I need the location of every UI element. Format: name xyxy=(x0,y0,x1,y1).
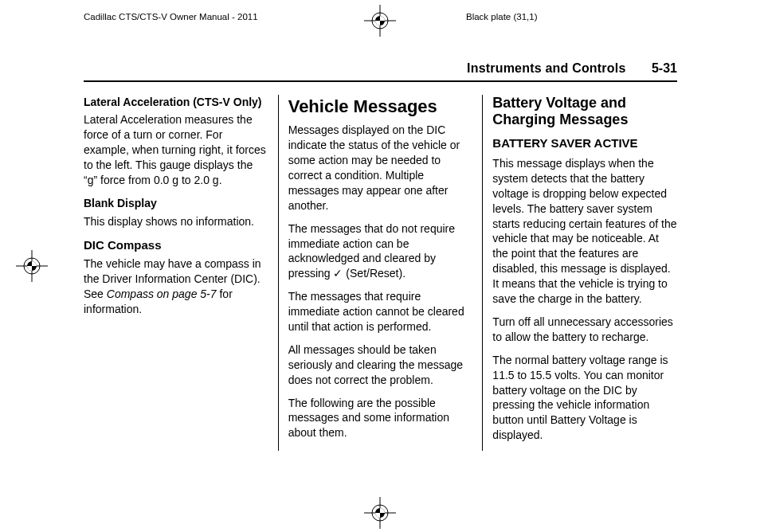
vehicle-messages-p2: The messages that do not require immedia… xyxy=(288,221,473,282)
battery-voltage-heading: Battery Voltage and Charging Messages xyxy=(492,95,677,129)
column-3: Battery Voltage and Charging Messages BA… xyxy=(482,95,677,451)
plate-note: Black plate (31,1) xyxy=(466,11,538,24)
battery-p2: Turn off all unnecessary accessories to … xyxy=(492,315,677,345)
page-number: 5-31 xyxy=(652,61,677,75)
battery-saver-active-heading: BATTERY SAVER ACTIVE xyxy=(492,135,677,151)
column-2: Vehicle Messages Messages displayed on t… xyxy=(278,95,483,451)
blank-display-heading: Blank Display xyxy=(84,196,268,211)
battery-p3: The normal battery voltage range is 11.5… xyxy=(492,353,677,443)
header-rule xyxy=(84,80,677,82)
section-title: Instruments and Controls xyxy=(467,61,625,75)
dic-compass-heading: DIC Compass xyxy=(84,237,268,253)
registration-mark-bottom xyxy=(364,497,396,529)
vehicle-messages-p1: Messages displayed on the DIC indicate t… xyxy=(288,123,473,213)
lateral-acceleration-heading: Lateral Acceleration (CTS‑V Only) xyxy=(84,95,268,110)
registration-mark-top xyxy=(364,5,396,37)
manual-title: Cadillac CTS/CTS-V Owner Manual - 2011 xyxy=(84,11,258,24)
vm-p2-post: (Set/Reset). xyxy=(343,267,405,280)
check-icon: ✓ xyxy=(333,267,343,280)
column-1: Lateral Acceleration (CTS‑V Only) Latera… xyxy=(84,95,278,451)
blank-display-body: This display shows no information. xyxy=(84,214,268,229)
registration-mark-left xyxy=(16,250,48,282)
running-head: Instruments and Controls 5-31 xyxy=(84,60,677,77)
lateral-acceleration-body: Lateral Acceleration measures the force … xyxy=(84,112,268,187)
dic-compass-body: The vehicle may have a compass in the Dr… xyxy=(84,256,268,317)
vehicle-messages-p3: The messages that require immediate acti… xyxy=(288,289,473,334)
vehicle-messages-heading: Vehicle Messages xyxy=(288,95,473,119)
page-content: Instruments and Controls 5-31 Lateral Ac… xyxy=(84,60,677,451)
vehicle-messages-p4: All messages should be taken seriously a… xyxy=(288,342,473,388)
compass-crossref: Compass on page 5‑7 xyxy=(107,288,217,300)
battery-p1: This message displays when the system de… xyxy=(492,156,677,307)
content-columns: Lateral Acceleration (CTS‑V Only) Latera… xyxy=(84,95,677,451)
vehicle-messages-p5: The following are the possible messages … xyxy=(288,396,473,441)
